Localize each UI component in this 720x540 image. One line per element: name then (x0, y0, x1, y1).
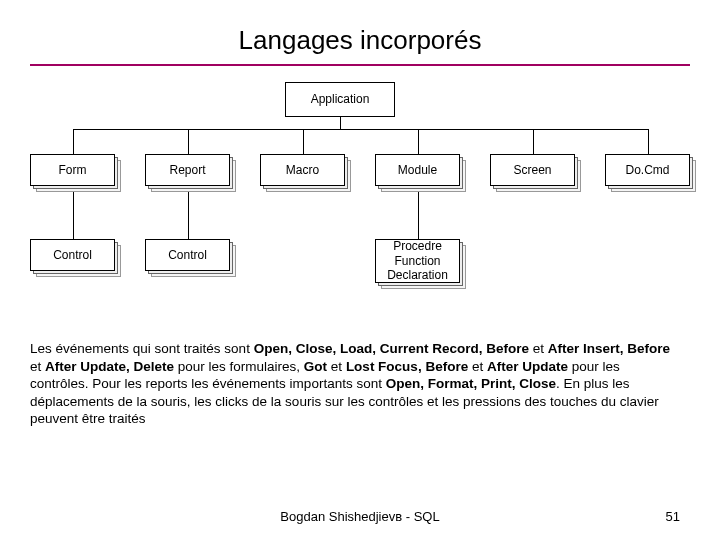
node-report: Report (145, 154, 230, 186)
subnode-3: Procedre Function Declaration (375, 239, 460, 283)
description-text: Les événements qui sont traités sont Ope… (30, 340, 680, 428)
node-macro: Macro (260, 154, 345, 186)
node-screen: Screen (490, 154, 575, 186)
node-module: Module (375, 154, 460, 186)
node-form: Form (30, 154, 115, 186)
slide-title: Langages incorporés (0, 0, 720, 64)
page-number: 51 (666, 509, 680, 524)
subnode-1: Control (145, 239, 230, 271)
node-application: Application (285, 82, 395, 117)
org-chart: ApplicationFormReportMacroModuleScreenDo… (0, 74, 720, 314)
node-docmd: Do.Cmd (605, 154, 690, 186)
footer-author: Bogdan Shishedjievв - SQL (0, 509, 720, 524)
subnode-0: Control (30, 239, 115, 271)
divider (30, 64, 690, 66)
